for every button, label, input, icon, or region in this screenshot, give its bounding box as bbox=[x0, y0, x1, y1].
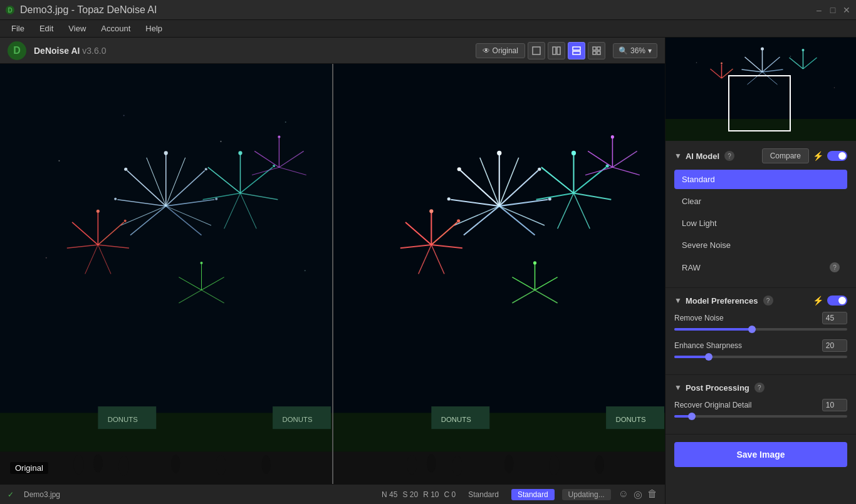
model-option-standard[interactable]: Standard bbox=[674, 170, 847, 189]
original-view-button[interactable]: 👁 Original bbox=[476, 43, 525, 58]
model-option-raw[interactable]: RAW ? bbox=[674, 257, 847, 277]
compare-button[interactable]: Compare bbox=[762, 148, 809, 163]
post-processing-chevron[interactable]: ▼ bbox=[674, 383, 682, 392]
zoom-in-icon: 🔍 bbox=[619, 46, 628, 55]
close-button[interactable]: ✕ bbox=[842, 6, 851, 14]
recover-detail-label: Recover Original Detail bbox=[674, 401, 751, 409]
remove-noise-track[interactable] bbox=[674, 328, 847, 331]
svg-point-64 bbox=[46, 257, 47, 259]
svg-point-104 bbox=[429, 209, 433, 213]
svg-text:DONUTS: DONUTS bbox=[108, 416, 138, 423]
model-raw-label: RAW bbox=[682, 263, 701, 272]
svg-line-56 bbox=[254, 151, 279, 167]
menu-view[interactable]: View bbox=[62, 23, 92, 34]
svg-line-19 bbox=[117, 200, 165, 206]
svg-rect-4 bbox=[557, 47, 560, 54]
svg-point-120 bbox=[533, 261, 536, 264]
recover-detail-value[interactable] bbox=[822, 399, 847, 411]
svg-text:DONUTS: DONUTS bbox=[283, 416, 313, 423]
svg-rect-80 bbox=[333, 451, 665, 484]
menu-account[interactable]: Account bbox=[95, 23, 137, 34]
svg-line-49 bbox=[202, 277, 224, 291]
svg-point-95 bbox=[457, 167, 461, 171]
remove-noise-slider-row: Remove Noise bbox=[674, 312, 847, 331]
delete-icon[interactable]: 🗑 bbox=[647, 488, 657, 500]
split-v-icon bbox=[552, 46, 561, 55]
svg-line-83 bbox=[499, 200, 547, 206]
model-preferences-header: ▼ Model Preferences ? ⚡ bbox=[674, 296, 847, 306]
titlebar-controls: – □ ✕ bbox=[815, 6, 851, 14]
window-title: Demo3.jpg - Topaz DeNoise AI bbox=[20, 4, 157, 16]
view-split-h-button[interactable] bbox=[568, 42, 585, 59]
svg-line-20 bbox=[130, 206, 166, 235]
svg-point-133 bbox=[452, 456, 462, 476]
view-split-v-button[interactable] bbox=[548, 42, 565, 59]
right-panel: ▼ AI Model ? Compare ⚡ Standard Clear Lo… bbox=[665, 38, 856, 504]
svg-line-117 bbox=[512, 277, 535, 291]
svg-point-93 bbox=[538, 168, 541, 171]
model-tag: Standard bbox=[511, 489, 555, 500]
svg-point-37 bbox=[97, 210, 100, 213]
model-option-severe-noise[interactable]: Severe Noise bbox=[674, 235, 847, 255]
svg-point-156 bbox=[802, 49, 805, 51]
remove-noise-fill bbox=[674, 328, 752, 331]
processed-image-panel: DONUTS DONUTS bbox=[333, 64, 665, 484]
menu-file[interactable]: File bbox=[5, 23, 31, 34]
post-processing-header: ▼ Post Processing ? bbox=[674, 383, 847, 393]
model-option-clear[interactable]: Clear bbox=[674, 192, 847, 211]
toggle-knob-2 bbox=[838, 297, 846, 304]
smiley-icon[interactable]: ☺ bbox=[619, 488, 629, 500]
svg-line-91 bbox=[454, 206, 499, 225]
post-processing-help[interactable]: ? bbox=[754, 383, 765, 393]
menu-edit[interactable]: Edit bbox=[33, 23, 60, 34]
ai-model-toggle[interactable] bbox=[827, 151, 847, 161]
view-single-button[interactable] bbox=[528, 42, 545, 59]
minimize-button[interactable]: – bbox=[815, 6, 823, 14]
zoom-control[interactable]: 🔍 36% ▾ bbox=[613, 43, 657, 58]
model-pref-help[interactable]: ? bbox=[763, 296, 773, 306]
ai-model-help[interactable]: ? bbox=[724, 151, 734, 161]
model-pref-toggle[interactable] bbox=[827, 296, 847, 306]
sharpness-stat: S 20 bbox=[402, 490, 418, 499]
svg-text:D: D bbox=[8, 7, 12, 14]
original-label: Original bbox=[10, 462, 48, 474]
svg-rect-3 bbox=[553, 47, 556, 54]
svg-line-40 bbox=[240, 167, 273, 193]
maximize-button[interactable]: □ bbox=[828, 6, 837, 14]
svg-line-100 bbox=[405, 222, 431, 245]
remove-noise-value[interactable] bbox=[822, 312, 847, 324]
svg-line-90 bbox=[499, 206, 544, 225]
menu-help[interactable]: Help bbox=[139, 23, 169, 34]
image-canvas[interactable]: DONUTS DONUTS bbox=[0, 64, 665, 484]
status-icons: ☺ ◎ 🗑 bbox=[619, 488, 657, 500]
svg-point-159 bbox=[834, 87, 835, 88]
svg-line-84 bbox=[499, 206, 535, 235]
enhance-sharpness-track[interactable] bbox=[674, 356, 847, 358]
save-image-button[interactable]: Save Image bbox=[674, 442, 847, 467]
enhance-sharpness-label: Enhance Sharpness bbox=[674, 341, 742, 350]
svg-point-65 bbox=[305, 270, 306, 271]
model-raw-help[interactable]: ? bbox=[830, 262, 840, 272]
svg-point-158 bbox=[790, 56, 791, 57]
svg-line-103 bbox=[418, 245, 431, 274]
view-quad-button[interactable] bbox=[588, 42, 605, 59]
file-check-icon: ✓ bbox=[8, 490, 14, 499]
processed-image: DONUTS DONUTS bbox=[333, 64, 665, 484]
ai-model-bolt-icon[interactable]: ⚡ bbox=[813, 151, 823, 161]
color-stat: C 0 bbox=[444, 490, 456, 499]
app-icon: D bbox=[5, 5, 15, 15]
svg-rect-8 bbox=[597, 47, 600, 50]
model-pref-bolt-icon[interactable]: ⚡ bbox=[813, 296, 823, 306]
thumbnail-background bbox=[665, 38, 856, 141]
compare-status-icon[interactable]: ◎ bbox=[634, 488, 642, 500]
ai-model-chevron[interactable]: ▼ bbox=[674, 152, 682, 160]
svg-line-43 bbox=[203, 193, 241, 199]
split-h-icon bbox=[572, 46, 581, 55]
model-option-low-light[interactable]: Low Light bbox=[674, 213, 847, 233]
recover-detail-track[interactable] bbox=[674, 415, 847, 418]
enhance-sharpness-value[interactable] bbox=[822, 339, 847, 352]
svg-point-92 bbox=[497, 151, 501, 155]
svg-line-18 bbox=[127, 170, 166, 206]
model-pref-chevron[interactable]: ▼ bbox=[674, 296, 682, 305]
svg-point-75 bbox=[262, 456, 271, 474]
